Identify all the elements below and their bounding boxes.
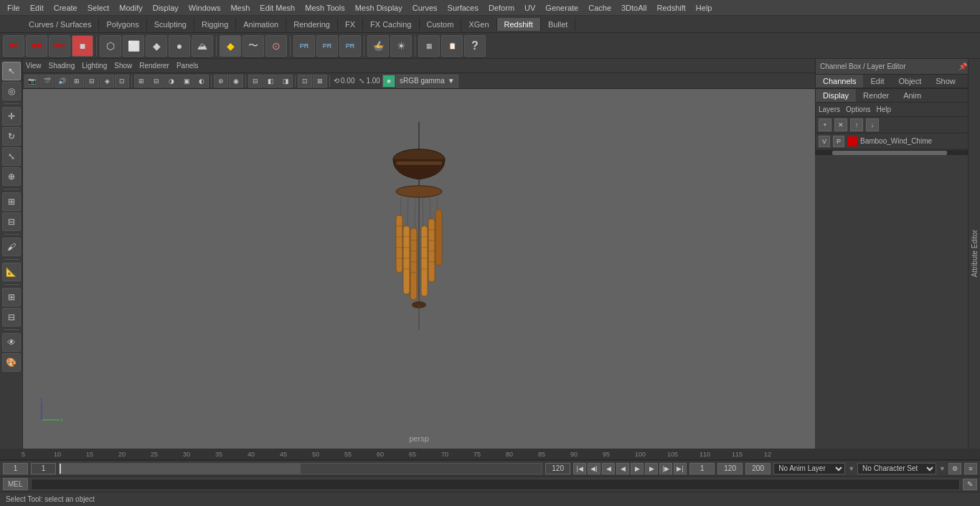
tool-universal[interactable]: ⊕ [2,167,21,186]
next-key-button[interactable]: |▶ [659,463,672,474]
menu-surfaces[interactable]: Surfaces [443,2,483,14]
tool-render[interactable]: 🎨 [2,353,21,372]
vp-icon-gate2[interactable]: ⊠ [313,75,327,88]
shelf-tab-curves-surfaces[interactable]: Curves / Surfaces [22,18,99,31]
shelf-icon-cam1[interactable]: 🍲 [367,35,389,57]
layer-new-icon[interactable]: + [819,118,831,131]
vp-icon-gate[interactable]: ⊡ [298,75,312,88]
prev-key-button[interactable]: ◀| [588,463,600,474]
channel-tab-edit[interactable]: Edit [863,75,891,88]
anim-extra-icon[interactable]: ≡ [964,463,977,474]
vp-icon-sound[interactable]: 🔊 [55,75,69,88]
shelf-tab-custom[interactable]: Custom [420,18,462,31]
frame-counter[interactable] [689,463,715,474]
next-frame-button[interactable]: ▶ [645,463,658,474]
menu-generate[interactable]: Generate [541,2,583,14]
vp-icon-wireframe[interactable]: ⊞ [134,75,149,88]
tool-measure[interactable]: 📐 [2,263,21,281]
shelf-tab-redshift[interactable]: Redshift [497,18,541,31]
shelf-icon-mat2[interactable]: 📋 [441,35,463,57]
menu-mesh-tools[interactable]: Mesh Tools [301,2,349,14]
menu-uv[interactable]: UV [520,2,540,14]
menu-modify[interactable]: Modify [115,2,146,14]
vp-icon-xray[interactable]: ⊛ [214,75,228,88]
vp-menu-shading[interactable]: Shading [49,62,75,70]
char-set-dropdown[interactable]: No Character Set [857,463,936,474]
language-badge[interactable]: MEL [3,478,28,490]
channel-tab-channels[interactable]: Channels [816,75,863,88]
shelf-icon-pr1[interactable]: PR [293,35,315,57]
vp-icon-misc2[interactable]: ⊡ [115,75,129,88]
vp-icon-colorspace[interactable]: ■ [382,75,395,88]
vp-icon-smooth[interactable]: ⊟ [149,75,164,88]
shelf-tab-animation[interactable]: Animation [236,18,286,31]
vp-icon-grid[interactable]: ⊟ [85,75,99,88]
vp-menu-view[interactable]: View [26,62,42,70]
vp-icon-hud[interactable]: ⊟ [248,75,263,88]
command-line-input[interactable] [31,479,960,490]
frame-start-button[interactable]: |◀ [573,463,586,474]
shelf-icon-geo1[interactable]: ⬡ [100,35,121,57]
vp-menu-panels[interactable]: Panels [176,62,199,70]
shelf-icon-rs1[interactable]: ■ [72,35,93,57]
menu-select[interactable]: Select [83,2,114,14]
shelf-tab-xgen[interactable]: XGen [461,18,496,31]
shelf-icon-geo5[interactable]: ⛰ [192,35,213,57]
tool-scale[interactable]: ⤡ [2,147,21,166]
shelf-tab-bullet[interactable]: Bullet [541,18,576,31]
shelf-icon-ipr2[interactable]: IPR [49,35,70,57]
tool-lasso[interactable]: ◎ [2,82,21,100]
tool-snap2[interactable]: ⊟ [2,212,21,231]
shelf-icon-light3[interactable]: ⊙ [265,35,287,57]
timeline-ruler[interactable]: 5 10 15 20 25 30 35 40 45 50 55 60 65 70… [0,449,980,460]
menu-redshift[interactable]: Redshift [652,2,689,14]
timeline-range-bar[interactable] [59,463,542,474]
menu-3dtoall[interactable]: 3DtoAll [617,2,651,14]
menu-help[interactable]: Help [692,2,717,14]
shelf-tab-fx-caching[interactable]: FX Caching [363,18,419,31]
vp-icon-shade[interactable]: ◑ [164,75,179,88]
shelf-icon-light2[interactable]: 〜 [242,35,264,57]
shelf-icon-pr3[interactable]: PR [339,35,361,57]
channel-tab-show[interactable]: Show [928,75,963,88]
shelf-icon-geo4[interactable]: ● [169,35,190,57]
options-menu[interactable]: Options [846,106,870,113]
tool-rotate[interactable]: ↻ [2,127,21,146]
attribute-editor-tab[interactable]: Attribute Editor [968,59,980,449]
vp-icon-snap[interactable]: ⊞ [70,75,84,88]
script-editor-button[interactable]: ✎ [963,479,977,490]
channel-tab-object[interactable]: Object [891,75,928,88]
layer-up-icon[interactable]: ↑ [850,118,863,131]
shelf-icon-help[interactable]: ? [464,35,486,57]
shelf-icon-mat1[interactable]: ▦ [418,35,440,57]
layer-down-icon[interactable]: ↓ [866,118,879,131]
color-space-dropdown[interactable]: sRGB gamma ▼ [396,75,458,88]
vp-icon-camera[interactable]: 📷 [24,75,39,88]
layer-tab-anim[interactable]: Anim [896,89,928,102]
tool-show[interactable]: 👁 [2,333,21,352]
vp-icon-tex[interactable]: ▣ [179,75,194,88]
shelf-icon-cam2[interactable]: ☀ [390,35,412,57]
anim-settings-icon[interactable]: ⚙ [948,463,961,474]
tool-cluster2[interactable]: ⊟ [2,308,21,327]
layer-tab-render[interactable]: Render [856,89,896,102]
vp-menu-renderer[interactable]: Renderer [139,62,169,70]
viewport-canvas[interactable]: X Y persp [23,89,815,449]
frame-end-button[interactable]: ▶| [674,463,687,474]
vp-menu-show[interactable]: Show [114,62,132,70]
tool-cluster[interactable]: ⊞ [2,288,21,306]
vp-icon-light-shade[interactable]: ◐ [194,75,209,88]
tool-select[interactable]: ↖ [2,62,21,80]
menu-create[interactable]: Create [50,2,82,14]
menu-windows[interactable]: Windows [184,2,225,14]
tool-snap[interactable]: ⊞ [2,192,21,211]
menu-display[interactable]: Display [149,2,183,14]
shelf-icon-light1[interactable]: ◆ [220,35,241,57]
layer-v-button[interactable]: V [819,136,830,147]
shelf-icon-ipr1[interactable]: IPR [26,35,47,57]
max-frame-input[interactable] [745,463,771,474]
tool-paint[interactable]: 🖌 [2,238,21,256]
vp-menu-lighting[interactable]: Lighting [82,62,107,70]
prev-frame-button[interactable]: ◀ [602,463,615,474]
anim-layer-dropdown[interactable]: No Anim Layer [773,463,845,474]
